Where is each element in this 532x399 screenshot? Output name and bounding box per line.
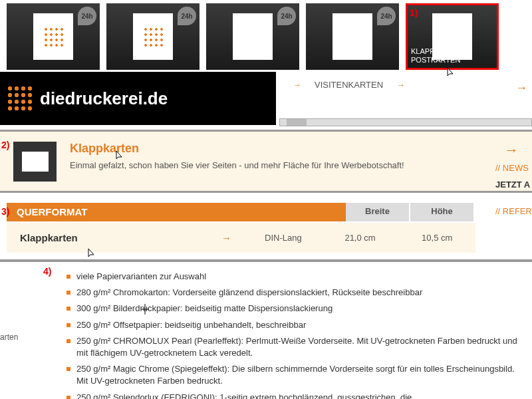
- panel-description: Einmal gefalzt, schon haben Sie vier Sei…: [70, 159, 491, 172]
- col-hoehe: Höhe: [410, 203, 473, 221]
- jetzt-label: JETZT A: [495, 176, 532, 193]
- product-tile-3[interactable]: 24h: [206, 3, 299, 70]
- paper-list-item: 300 g/m² Bilderdruckpapier: beidseitig m…: [66, 301, 519, 317]
- logo-text: diedruckerei.de: [40, 88, 168, 109]
- product-tile-klappkarten[interactable]: 1) KLAPP-/POSTKARTEN: [406, 3, 499, 70]
- arrow-right-icon[interactable]: →: [515, 81, 527, 95]
- tile-label: KLAPP-/POSTKARTEN: [411, 47, 460, 65]
- paper-list-item: viele Papiervarianten zur Auswahl: [66, 269, 519, 285]
- table-header: Breite Höhe: [346, 203, 475, 221]
- querformat-header: QUERFORMAT: [7, 203, 346, 221]
- badge-24h-icon: 24h: [178, 7, 196, 25]
- paper-list-item: 280 g/m² Chromokarton: Vorderseite glänz…: [66, 285, 519, 301]
- paper-list: viele Papiervarianten zur Auswahl280 g/m…: [66, 269, 519, 399]
- paper-list-item: 250 g/m² Magic Chrome (Spiegeleffekt): D…: [66, 361, 519, 389]
- paper-list-item: 250 g/m² Splendorlux (FEDRIGONI): 1-seit…: [66, 390, 519, 400]
- arrow-right-icon: →: [293, 80, 301, 90]
- arrow-right-icon: →: [396, 80, 405, 90]
- col-breite: Breite: [346, 203, 409, 221]
- scrollbar-thumb[interactable]: [287, 119, 307, 126]
- row-name: Klappkarten →: [7, 232, 245, 243]
- step-number-3: 3): [1, 206, 9, 217]
- paper-variants-panel: viele Papiervarianten zur Auswahl280 g/m…: [0, 259, 532, 399]
- tile-icon: [33, 13, 73, 60]
- nav-links: → VISITENKARTEN →: [293, 80, 405, 90]
- panel-thumbnail: [13, 142, 57, 182]
- product-tile-4[interactable]: 24h: [306, 3, 399, 70]
- cell-breite: 21,0 cm: [322, 233, 399, 243]
- cell-format: DIN-Lang: [245, 233, 322, 243]
- sidebar-fragment: arten: [0, 332, 33, 342]
- panel-text: Klappkarten Einmal gefalzt, schon haben …: [70, 142, 491, 181]
- step-number-2: 2): [1, 140, 9, 150]
- step-number-4: 4): [43, 266, 51, 277]
- tile-icon: [133, 13, 173, 60]
- badge-24h-icon: 24h: [78, 7, 96, 25]
- sidebar-news: // NEWS JETZT A // REFER: [495, 160, 532, 219]
- cell-hoehe: 10,5 cm: [398, 233, 475, 243]
- nav-visitenkarten[interactable]: VISITENKARTEN: [315, 80, 383, 90]
- tile-icon: [332, 13, 372, 60]
- badge-24h-icon: 24h: [377, 7, 396, 25]
- paper-list-item: 250 g/m² Offsetpapier: beidseitig unbeha…: [66, 317, 519, 333]
- product-tiles-row: 24h 24h 24h 24h 1) KLAPP-/POSTKARTEN: [0, 0, 532, 73]
- product-tile-1[interactable]: 24h: [7, 3, 100, 70]
- format-row-klappkarten[interactable]: Klappkarten → DIN-Lang 21,0 cm 10,5 cm: [7, 223, 475, 253]
- step-number-1: 1): [410, 7, 418, 18]
- arrow-right-icon: →: [221, 232, 231, 243]
- panel-title: Klappkarten: [70, 142, 491, 156]
- arrow-right-icon[interactable]: →: [504, 142, 519, 159]
- refer-label: // REFER: [495, 203, 532, 219]
- badge-24h-icon: 24h: [277, 7, 296, 25]
- logo-icon: [7, 85, 33, 112]
- product-tile-2[interactable]: 24h: [106, 3, 200, 70]
- horizontal-scrollbar[interactable]: [279, 118, 532, 126]
- klappkarten-panel[interactable]: Klappkarten Einmal gefalzt, schon haben …: [0, 130, 532, 193]
- site-logo[interactable]: diedruckerei.de: [0, 72, 276, 125]
- tile-icon: [233, 13, 273, 60]
- paper-list-item: 250 g/m² CHROMOLUX Pearl (Pearleffekt): …: [66, 333, 519, 361]
- news-label: // NEWS: [495, 160, 532, 176]
